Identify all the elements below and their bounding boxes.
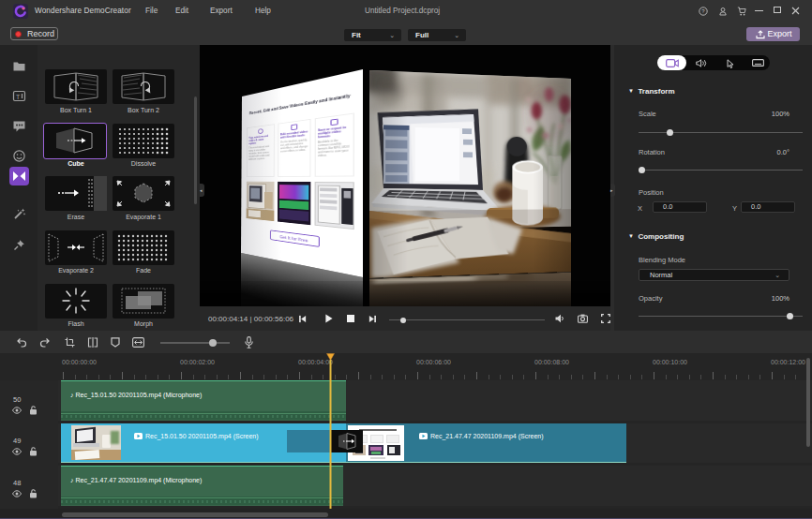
svg-text:T: T (16, 94, 21, 100)
svg-text:?: ? (701, 8, 705, 14)
